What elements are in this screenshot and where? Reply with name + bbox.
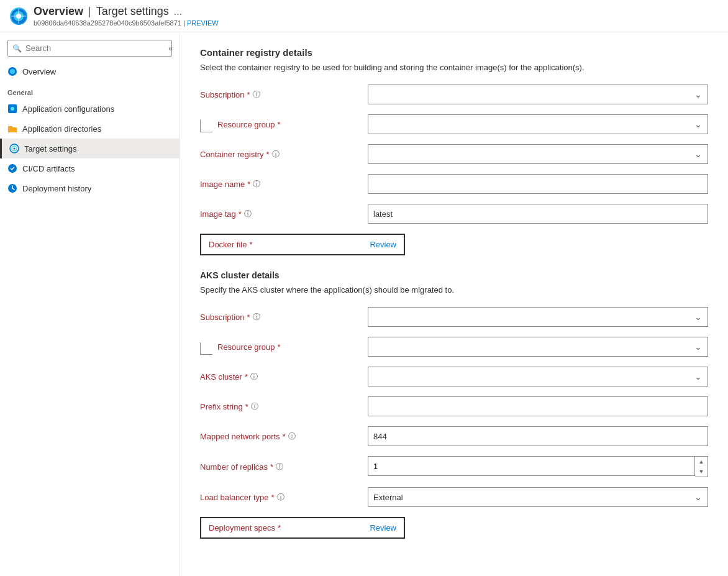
aks-subscription-select[interactable]: [368, 307, 708, 327]
cicd-label: CI/CD artifacts: [22, 164, 75, 173]
load-balancer-select-wrapper: External Internal: [368, 487, 708, 507]
image-tag-input[interactable]: [368, 204, 708, 224]
app-config-icon: [7, 104, 17, 114]
subscription-label: Subscription *: [200, 89, 368, 100]
prefix-string-control: [368, 396, 708, 416]
main-content: Container registry details Select the co…: [180, 32, 728, 576]
aks-cluster-select-row: AKS cluster *: [200, 367, 708, 386]
resource-group-registry-select[interactable]: [368, 114, 708, 134]
prefix-string-info-icon[interactable]: [251, 401, 258, 412]
nest-line-registry: [200, 120, 212, 132]
subscription-select-wrapper: [368, 85, 708, 104]
prefix-string-input[interactable]: [368, 396, 708, 416]
resource-group-registry-row: Resource group *: [200, 114, 708, 134]
main-layout: 🔍 « Overview General Application configu…: [0, 32, 728, 576]
header-title: Overview: [34, 5, 83, 18]
prefix-string-row: Prefix string *: [200, 396, 708, 416]
app-dir-label: Application directories: [22, 124, 101, 134]
load-balancer-info-icon[interactable]: [277, 492, 284, 503]
search-input[interactable]: [7, 40, 172, 57]
resource-group-registry-control: [368, 114, 708, 134]
container-registry-control: [368, 144, 708, 164]
subscription-required: *: [247, 90, 250, 99]
load-balancer-control: External Internal: [368, 487, 708, 507]
image-name-input[interactable]: [368, 174, 708, 194]
resource-group-registry-label: Resource group *: [217, 120, 283, 129]
aks-cluster-select-label: AKS cluster *: [200, 372, 368, 382]
deployment-specs-review-link[interactable]: Review: [370, 523, 396, 533]
aks-cluster-info-icon[interactable]: [250, 372, 258, 382]
subscription-control: [368, 85, 708, 104]
num-replicas-spinner: ▲ ▼: [695, 456, 708, 477]
num-replicas-decrement[interactable]: ▼: [695, 467, 708, 477]
svg-point-8: [11, 107, 14, 111]
aks-resource-group-label: Resource group *: [217, 342, 283, 352]
target-settings-label: Target settings: [24, 144, 77, 153]
cicd-icon: [7, 163, 17, 173]
aks-cluster-select-wrapper: [368, 367, 708, 386]
aks-cluster-select[interactable]: [368, 367, 708, 386]
sidebar-item-deployment-history[interactable]: Deployment history: [0, 178, 180, 198]
deployment-specs-label: Deployment specs *: [209, 523, 283, 533]
docker-file-review-box: Docker file * Review: [200, 234, 405, 255]
container-registry-select[interactable]: [368, 144, 708, 164]
aks-subscription-row: Subscription *: [200, 307, 708, 327]
mapped-ports-label: Mapped network ports *: [200, 431, 368, 442]
mapped-ports-row: Mapped network ports *: [200, 426, 708, 446]
aks-cluster-title: AKS cluster details: [200, 270, 708, 280]
aks-cluster-select-control: [368, 367, 708, 386]
app-config-label: Application configurations: [22, 104, 114, 114]
num-replicas-input[interactable]: [368, 456, 695, 476]
preview-link[interactable]: PREVIEW: [187, 19, 219, 27]
app-dir-icon: [7, 124, 17, 134]
collapse-button[interactable]: «: [168, 44, 173, 53]
image-tag-info-icon[interactable]: [244, 209, 252, 219]
num-replicas-wrapper: ▲ ▼: [368, 456, 708, 477]
subscription-info-icon[interactable]: [253, 89, 260, 100]
sidebar-item-cicd-artifacts[interactable]: CI/CD artifacts: [0, 158, 180, 178]
sidebar-item-application-directories[interactable]: Application directories: [0, 119, 180, 139]
container-registry-row: Container registry *: [200, 144, 708, 164]
num-replicas-info-icon[interactable]: [276, 462, 283, 472]
aks-subscription-control: [368, 307, 708, 327]
image-tag-row: Image tag *: [200, 204, 708, 224]
mapped-ports-input[interactable]: [368, 426, 708, 446]
num-replicas-label: Number of replicas *: [200, 462, 368, 472]
subscription-select[interactable]: [368, 85, 708, 104]
sidebar-item-app-configurations[interactable]: Application configurations: [0, 99, 180, 119]
num-replicas-increment[interactable]: ▲: [695, 457, 708, 467]
image-name-label: Image name *: [200, 179, 368, 190]
num-replicas-control: ▲ ▼: [368, 456, 708, 477]
image-tag-label: Image tag *: [200, 209, 368, 219]
load-balancer-select[interactable]: External Internal: [368, 487, 708, 507]
image-name-control: [368, 174, 708, 194]
azure-migrate-icon: [10, 7, 27, 25]
deployment-history-label: Deployment history: [22, 184, 91, 193]
load-balancer-label: Load balancer type *: [200, 492, 368, 503]
nest-indent-registry: Resource group *: [200, 116, 368, 132]
mapped-ports-info-icon[interactable]: [288, 431, 296, 442]
docker-file-review-link[interactable]: Review: [370, 240, 396, 249]
aks-resource-group-row: Resource group *: [200, 337, 708, 357]
history-icon: [7, 183, 17, 193]
mapped-ports-control: [368, 426, 708, 446]
deployment-specs-review-box: Deployment specs * Review: [200, 517, 405, 539]
aks-subscription-info-icon[interactable]: [253, 312, 260, 322]
aks-resource-group-control: [368, 337, 708, 357]
resource-group-registry-select-wrapper: [368, 114, 708, 134]
sidebar-item-target-settings[interactable]: Target settings: [0, 139, 180, 158]
container-registry-info-icon[interactable]: [272, 149, 280, 160]
svg-point-6: [10, 69, 15, 74]
deployment-specs-container: Deployment specs * Review: [200, 517, 708, 539]
image-name-row: Image name *: [200, 174, 708, 194]
aks-nest-line: [200, 342, 212, 355]
image-name-info-icon[interactable]: [253, 179, 260, 190]
header-more-button[interactable]: ...: [174, 6, 182, 17]
page-header: Overview | Target settings ... b09806da6…: [0, 0, 728, 32]
aks-resource-group-select[interactable]: [368, 337, 708, 357]
container-registry-title: Container registry details: [200, 47, 708, 58]
load-balancer-row: Load balancer type * External Internal: [200, 487, 708, 507]
aks-resource-group-select-wrapper: [368, 337, 708, 357]
container-registry-label: Container registry *: [200, 149, 368, 160]
sidebar-item-overview[interactable]: Overview: [0, 62, 180, 81]
